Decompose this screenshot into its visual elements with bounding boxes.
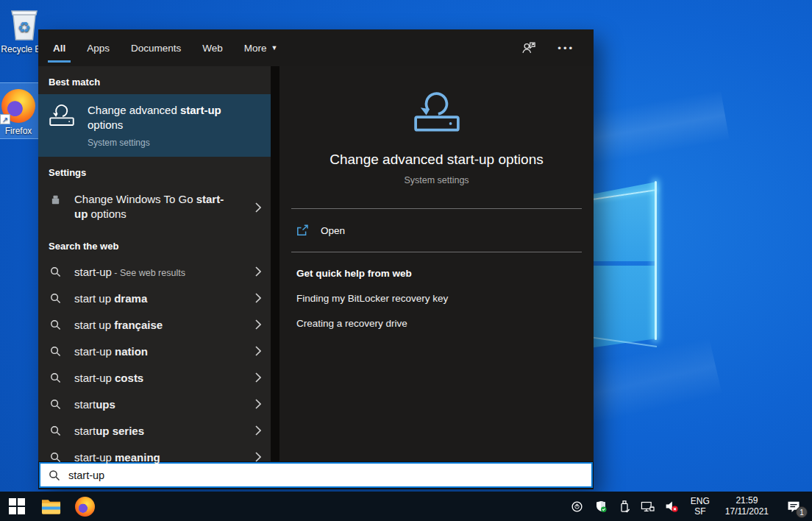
usb-safely-remove-icon[interactable]	[614, 492, 635, 521]
chevron-right-icon	[255, 319, 261, 330]
advanced-startup-icon-large	[413, 91, 461, 135]
chevron-right-icon	[255, 293, 261, 303]
system-tray: ENG SF 21:59 17/11/2021 1	[567, 492, 812, 521]
dropdown-caret-icon: ▼	[271, 44, 278, 52]
settings-result-title: Change Windows To Go start-up options	[74, 192, 232, 221]
network-icon[interactable]	[638, 492, 658, 521]
windows-to-go-icon	[49, 192, 62, 221]
more-options-icon[interactable]: •••	[558, 43, 574, 54]
web-suggestion[interactable]: start-up - See web results	[38, 258, 271, 285]
advanced-startup-icon	[49, 103, 75, 128]
panel-divider	[271, 66, 279, 461]
file-explorer-icon	[41, 497, 61, 515]
shortcut-arrow-icon: ↗	[0, 114, 10, 124]
search-icon	[49, 469, 60, 481]
search-icon	[49, 452, 62, 463]
search-icon	[49, 399, 62, 410]
search-icon	[49, 346, 62, 357]
search-flyout-window: All Apps Documents Web More▼ ••• Best ma…	[38, 29, 594, 489]
chevron-right-icon	[255, 266, 261, 277]
clock[interactable]: 21:59 17/11/2021	[719, 495, 775, 517]
web-suggestion[interactable]: start up drama	[38, 285, 271, 311]
best-match-title: Change advanced start-up options	[88, 103, 238, 132]
tab-apps[interactable]: Apps	[87, 29, 110, 66]
web-suggestion[interactable]: startups	[38, 391, 271, 417]
firefox-icon	[75, 497, 95, 517]
open-action[interactable]: Open	[279, 209, 594, 252]
open-label: Open	[321, 225, 345, 236]
web-suggestion[interactable]: start-up nation	[38, 338, 271, 364]
chevron-right-icon	[255, 399, 261, 409]
windows-logo-icon	[9, 498, 25, 514]
chevron-right-icon	[255, 452, 261, 462]
detail-panel: Change advanced start-up options System …	[279, 66, 594, 461]
section-header-settings: Settings	[38, 157, 271, 185]
chevron-right-icon	[255, 372, 261, 383]
web-suggestion[interactable]: startup series	[38, 417, 271, 444]
best-match-subtitle: System settings	[88, 138, 238, 148]
web-suggestion[interactable]: start-up meaning	[38, 444, 271, 470]
search-icon	[49, 266, 62, 277]
action-center-button[interactable]: 1	[778, 492, 809, 521]
tab-all[interactable]: All	[53, 29, 65, 66]
notification-badge: 1	[796, 506, 808, 518]
time: 21:59	[725, 495, 769, 506]
search-icon	[49, 425, 62, 436]
help-link-bitlocker[interactable]: Finding my BitLocker recovery key	[296, 293, 577, 304]
help-link-recovery-drive[interactable]: Creating a recovery drive	[296, 318, 577, 329]
tab-documents[interactable]: Documents	[131, 29, 181, 66]
tab-more[interactable]: More▼	[244, 29, 278, 66]
language-indicator[interactable]: ENG SF	[685, 496, 716, 517]
windows-security-icon[interactable]	[591, 492, 611, 521]
sign-in-icon[interactable]	[521, 40, 537, 56]
wallpaper-window-edge	[655, 181, 657, 340]
firefox-taskbar-button[interactable]	[68, 492, 102, 521]
best-match-result[interactable]: Change advanced start-up options System …	[38, 94, 271, 157]
tab-web[interactable]: Web	[202, 29, 223, 66]
date: 17/11/2021	[725, 506, 769, 517]
file-explorer-button[interactable]	[34, 492, 68, 521]
detail-subtitle: System settings	[279, 175, 594, 185]
settings-result[interactable]: Change Windows To Go start-up options	[38, 185, 271, 230]
taskbar: ENG SF 21:59 17/11/2021 1	[0, 492, 812, 521]
search-icon	[49, 372, 62, 383]
search-input[interactable]	[68, 469, 583, 481]
search-icon	[49, 293, 62, 304]
chevron-right-icon	[255, 425, 261, 436]
quick-help-header: Get quick help from web	[296, 268, 577, 279]
section-header-best-match: Best match	[38, 66, 271, 94]
tray-power-app-icon[interactable]	[567, 492, 588, 521]
web-suggestion[interactable]: start up française	[38, 311, 271, 338]
search-tabs-bar: All Apps Documents Web More▼ •••	[38, 29, 594, 66]
web-suggestion[interactable]: start-up costs	[38, 364, 271, 391]
results-column: Best match Change advanced start-up opti…	[38, 66, 271, 461]
chevron-right-icon	[255, 346, 261, 356]
search-icon	[49, 319, 62, 330]
recycle-glyph: ♻	[18, 19, 31, 35]
start-button[interactable]	[0, 492, 34, 521]
section-header-search-web: Search the web	[38, 230, 271, 258]
open-icon	[296, 224, 309, 236]
chevron-right-icon	[255, 202, 261, 213]
volume-muted-icon[interactable]	[661, 492, 682, 521]
detail-title: Change advanced start-up options	[279, 152, 594, 168]
